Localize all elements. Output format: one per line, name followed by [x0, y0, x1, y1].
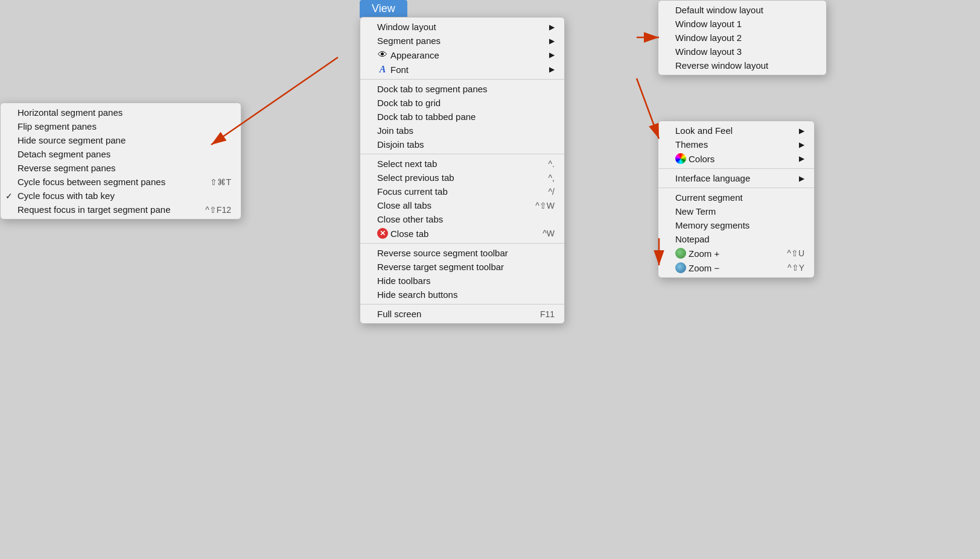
- menu-item-focus-current-tab[interactable]: Focus current tab ^/: [360, 185, 564, 198]
- eye-icon: 👁: [377, 49, 388, 60]
- menu-item-close-other-tabs[interactable]: Close other tabs: [360, 212, 564, 226]
- menu-item-current-segment[interactable]: Current segment: [658, 191, 814, 204]
- menu-item-window-layout-1[interactable]: Window layout 1: [658, 17, 826, 31]
- focus-current-tab-label: Focus current tab: [377, 186, 448, 197]
- select-next-tab-label: Select next tab: [377, 159, 437, 169]
- dock-tabbed-label: Dock tab to tabbed pane: [377, 112, 476, 122]
- reverse-label: Reverse segment panes: [18, 163, 116, 173]
- menu-item-flip[interactable]: Flip segment panes: [1, 119, 241, 133]
- zoom-minus-shortcut: ^⇧Y: [788, 263, 804, 273]
- menu-item-window-layout-3[interactable]: Window layout 3: [658, 45, 826, 58]
- colors-icon: [675, 153, 686, 164]
- request-focus-shortcut: ^⇧F12: [205, 205, 231, 215]
- zoom-minus-icon: [675, 262, 686, 273]
- menu-item-zoom-minus[interactable]: Zoom − ^⇧Y: [658, 261, 814, 275]
- hide-search-buttons-label: Hide search buttons: [377, 289, 457, 300]
- menu-item-reverse-target-toolbar[interactable]: Reverse target segment toolbar: [360, 260, 564, 274]
- menu-item-cycle-focus[interactable]: Cycle focus between segment panes ⇧⌘T: [1, 175, 241, 189]
- close-tab-label: Close tab: [390, 229, 428, 239]
- submenu-arrow: ▶: [549, 51, 555, 59]
- menu-item-close-tab[interactable]: ✕ Close tab ^W: [360, 226, 564, 241]
- window-layout-2-label: Window layout 2: [675, 33, 742, 43]
- submenu-arrow: ▶: [549, 65, 555, 74]
- menu-item-zoom-plus[interactable]: Zoom + ^⇧U: [658, 246, 814, 261]
- view-menu-label: View: [372, 2, 395, 14]
- separator: [360, 154, 564, 154]
- separator: [360, 243, 564, 244]
- submenu-arrow: ▶: [549, 37, 555, 45]
- view-dropdown: Window layout ▶ Segment panes ▶ 👁 Appear…: [360, 17, 565, 324]
- zoom-plus-shortcut: ^⇧U: [787, 248, 804, 258]
- submenu-arrow: ▶: [799, 127, 804, 135]
- new-term-label: New Term: [675, 206, 716, 216]
- separator: [360, 79, 564, 80]
- zoom-minus-label: Zoom −: [689, 263, 719, 273]
- horizontal-label: Horizontal segment panes: [18, 107, 122, 118]
- menu-item-window-layout-2[interactable]: Window layout 2: [658, 31, 826, 45]
- menu-item-notepad[interactable]: Notepad: [658, 232, 814, 246]
- disjoin-tabs-label: Disjoin tabs: [377, 139, 424, 150]
- cycle-focus-label: Cycle focus between segment panes: [18, 177, 165, 187]
- menu-item-close-all-tabs[interactable]: Close all tabs ^⇧W: [360, 198, 564, 212]
- menu-item-request-focus[interactable]: Request focus in target segment pane ^⇧F…: [1, 203, 241, 216]
- submenu-arrow: ▶: [799, 154, 804, 163]
- menu-item-full-screen[interactable]: Full screen F11: [360, 307, 564, 321]
- menu-item-select-next-tab[interactable]: Select next tab ^.: [360, 157, 564, 171]
- menu-item-join-tabs[interactable]: Join tabs: [360, 124, 564, 137]
- view-menu-button[interactable]: View: [360, 0, 407, 17]
- menu-item-themes[interactable]: Themes ▶: [658, 137, 814, 151]
- focus-current-tab-shortcut: ^/: [549, 187, 555, 197]
- close-tab-shortcut: ^W: [542, 229, 555, 238]
- menu-item-hide-search-buttons[interactable]: Hide search buttons: [360, 288, 564, 302]
- cycle-tab-label: Cycle focus with tab key: [18, 191, 115, 201]
- menu-item-detach[interactable]: Detach segment panes: [1, 147, 241, 161]
- font-label: Font: [390, 65, 409, 75]
- menu-item-dock-grid[interactable]: Dock tab to grid: [360, 96, 564, 110]
- menu-item-new-term[interactable]: New Term: [658, 204, 814, 218]
- menu-item-cycle-tab[interactable]: Cycle focus with tab key: [1, 189, 241, 203]
- close-all-tabs-shortcut: ^⇧W: [535, 201, 555, 210]
- close-tab-icon: ✕: [377, 228, 388, 239]
- menu-item-dock-tabbed[interactable]: Dock tab to tabbed pane: [360, 110, 564, 124]
- notepad-label: Notepad: [675, 234, 710, 244]
- zoom-plus-label: Zoom +: [689, 248, 719, 259]
- reverse-window-label: Reverse window layout: [675, 60, 768, 71]
- appearance-dropdown: Look and Feel ▶ Themes ▶ Colors ▶ Interf…: [658, 121, 815, 278]
- menu-item-horizontal[interactable]: Horizontal segment panes: [1, 106, 241, 119]
- menu-item-reverse[interactable]: Reverse segment panes: [1, 161, 241, 175]
- select-next-tab-shortcut: ^.: [549, 159, 555, 169]
- menu-item-dock-segment[interactable]: Dock tab to segment panes: [360, 82, 564, 96]
- window-layout-3-label: Window layout 3: [675, 46, 742, 57]
- menu-item-colors[interactable]: Colors ▶: [658, 151, 814, 166]
- interface-lang-label: Interface language: [675, 173, 750, 183]
- menu-item-font[interactable]: A Font ▶: [360, 62, 564, 77]
- menu-item-look-feel[interactable]: Look and Feel ▶: [658, 124, 814, 137]
- submenu-arrow: ▶: [799, 141, 804, 149]
- menu-item-segment-panes[interactable]: Segment panes ▶: [360, 34, 564, 48]
- look-feel-label: Look and Feel: [675, 125, 733, 136]
- menu-item-hide-source[interactable]: Hide source segment pane: [1, 133, 241, 147]
- full-screen-label: Full screen: [377, 309, 421, 319]
- menu-item-reverse-window[interactable]: Reverse window layout: [658, 58, 826, 72]
- svg-line-3: [637, 78, 659, 139]
- menu-item-memory-segments[interactable]: Memory segments: [658, 218, 814, 232]
- window-layout-label: Window layout: [377, 22, 436, 32]
- dock-segment-label: Dock tab to segment panes: [377, 84, 488, 94]
- segment-panes-dropdown: Horizontal segment panes Flip segment pa…: [0, 103, 241, 219]
- menu-item-disjoin-tabs[interactable]: Disjoin tabs: [360, 137, 564, 151]
- current-segment-label: Current segment: [675, 192, 743, 203]
- select-prev-tab-label: Select previous tab: [377, 172, 454, 183]
- menu-item-interface-lang[interactable]: Interface language ▶: [658, 171, 814, 185]
- menu-item-default-window[interactable]: Default window layout: [658, 3, 826, 17]
- reverse-source-toolbar-label: Reverse source segment toolbar: [377, 248, 508, 258]
- menu-item-hide-toolbars[interactable]: Hide toolbars: [360, 274, 564, 288]
- menu-item-reverse-source-toolbar[interactable]: Reverse source segment toolbar: [360, 246, 564, 260]
- hide-toolbars-label: Hide toolbars: [377, 276, 430, 286]
- menu-item-window-layout[interactable]: Window layout ▶: [360, 20, 564, 34]
- menu-container: View Window layout ▶ Segment panes ▶ 👁 A…: [0, 0, 980, 559]
- request-focus-label: Request focus in target segment pane: [18, 204, 171, 215]
- memory-segments-label: Memory segments: [675, 220, 749, 230]
- full-screen-shortcut: F11: [540, 309, 555, 319]
- menu-item-select-prev-tab[interactable]: Select previous tab ^,: [360, 171, 564, 185]
- menu-item-appearance[interactable]: 👁 Appearance ▶: [360, 48, 564, 62]
